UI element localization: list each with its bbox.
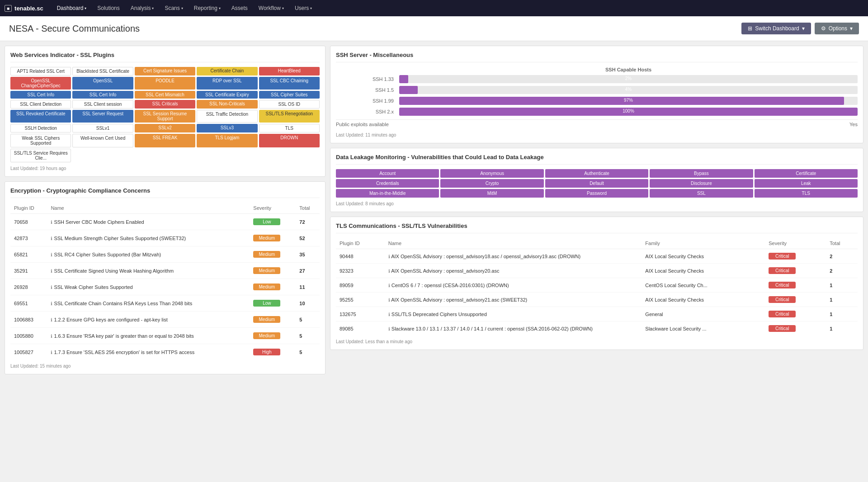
leak-cell[interactable]: MitM	[440, 189, 543, 198]
ssl-cell[interactable]: TLS	[259, 124, 320, 132]
ssl-cell[interactable]: SSL/TLS Service Requires Clie...	[10, 149, 71, 162]
nav-users[interactable]: Users ▾	[290, 2, 316, 14]
nav-workflow[interactable]: Workflow ▾	[254, 2, 288, 14]
leak-cell[interactable]: Authenticate	[545, 169, 648, 178]
plugin-id-cell: 1006883	[10, 312, 47, 328]
ssh-bar-fill: 2%	[399, 75, 408, 83]
severity-badge: Critical	[769, 296, 796, 303]
tls-family: General	[642, 307, 765, 321]
ssl-cell[interactable]: RDP over SSL	[197, 77, 257, 90]
ssl-cell[interactable]: SSL Cipher Suites	[259, 91, 320, 99]
severity-badge: Medium	[253, 316, 280, 323]
chevron-down-icon: ▾	[181, 6, 183, 10]
ssl-cell[interactable]: Well-known Cert Used	[72, 134, 133, 147]
ssl-cell[interactable]: SSL Session Resume Support	[135, 110, 195, 123]
ssl-cell[interactable]: SSL Non-Criticals	[197, 100, 257, 109]
ssl-cell[interactable]: SSL Cert Mismatch	[135, 91, 195, 99]
ssh-bar-text: 97%	[624, 98, 633, 103]
ssl-cell[interactable]: SSLv1	[72, 124, 133, 132]
ssl-cell[interactable]: Cert Signature Issues	[135, 67, 195, 76]
info-icon[interactable]: ℹ	[51, 236, 52, 241]
info-icon[interactable]: ℹ	[51, 220, 52, 225]
ssl-cell[interactable]: SSL/TLS Renegotiation	[259, 110, 320, 123]
leak-cell[interactable]: Credentials	[336, 179, 439, 188]
ssl-cell[interactable]: SSL CBC Chaining	[259, 77, 320, 90]
table-row: 1005827 ℹ 1.7.3 Ensure 'SSL AES 256 encr…	[10, 344, 320, 360]
ssl-cell[interactable]: SSL Server Request	[72, 110, 133, 123]
leak-last-updated: Last Updated: 8 minutes ago	[336, 201, 858, 206]
switch-dashboard-button[interactable]: ⊞ Switch Dashboard ▾	[741, 23, 811, 34]
options-button[interactable]: ⚙ Options ▾	[815, 23, 859, 34]
leak-cell[interactable]: Leak	[755, 179, 858, 188]
ssl-cell[interactable]: SSL Client session	[72, 100, 133, 109]
nav-dashboard[interactable]: Dashboard ▾	[52, 2, 91, 14]
ssl-cell[interactable]: TLS Logjam	[197, 134, 257, 147]
ssl-cell[interactable]: SSL Traffic Detection	[197, 110, 257, 123]
ssl-cell[interactable]: Blacklisted SSL Certificate	[72, 67, 133, 76]
info-icon[interactable]: ℹ	[388, 283, 390, 288]
leak-cell[interactable]: Anonymous	[440, 169, 543, 178]
ssl-cell[interactable]: SSL Revoked Certificate	[10, 110, 71, 123]
plugin-id-cell: 35291	[10, 263, 47, 279]
info-icon[interactable]: ℹ	[388, 269, 390, 274]
tls-family: CentOS Local Security Ch...	[642, 278, 765, 293]
severity-badge: Critical	[769, 311, 796, 317]
nav-reporting[interactable]: Reporting ▾	[189, 2, 225, 14]
nav-analysis[interactable]: Analysis ▾	[126, 2, 159, 14]
ssl-cell[interactable]: OpenSSL ChangeCipherSpec	[10, 77, 71, 90]
ssl-cell[interactable]: SSL OS ID	[259, 100, 320, 109]
ssl-cell[interactable]: SSL FREAK	[135, 134, 195, 147]
info-icon[interactable]: ℹ	[51, 285, 52, 290]
nav-solutions[interactable]: Solutions	[93, 2, 124, 14]
ssl-cell[interactable]: SSL Cert Info	[72, 91, 133, 99]
info-icon[interactable]: ℹ	[388, 254, 390, 259]
severity-badge: Critical	[769, 325, 796, 332]
leak-cell[interactable]: Man-in-the-Middle	[336, 189, 439, 198]
ssl-cell[interactable]: SSLv2	[135, 124, 195, 132]
ssl-cell[interactable]: SSLH Detection	[10, 124, 71, 132]
ssl-cell[interactable]: SSLv3	[197, 124, 257, 132]
leak-cell[interactable]: TLS	[755, 189, 858, 198]
leak-cell[interactable]: SSL	[650, 189, 753, 198]
nav-assets[interactable]: Assets	[227, 2, 252, 14]
name-cell: ℹ 1.7.3 Ensure 'SSL AES 256 encryption' …	[47, 344, 250, 360]
info-icon[interactable]: ℹ	[51, 269, 52, 274]
ssl-cell[interactable]: POODLE	[135, 77, 195, 90]
ssl-cell[interactable]: Certificate Chain	[197, 67, 257, 76]
nav-scans[interactable]: Scans ▾	[160, 2, 187, 14]
leak-cell[interactable]: Crypto	[440, 179, 543, 188]
leak-cell[interactable]: Password	[545, 189, 648, 198]
info-icon[interactable]: ℹ	[51, 334, 52, 339]
ssl-cell[interactable]: SSL Criticals	[135, 100, 195, 109]
info-icon[interactable]: ℹ	[388, 312, 390, 317]
ssl-cell[interactable]: SSL Cert Info	[10, 91, 71, 99]
leak-cell[interactable]: Certificate	[755, 169, 858, 178]
info-icon[interactable]: ℹ	[51, 252, 52, 257]
ssl-cell[interactable]: SSL Client Detection	[10, 100, 71, 109]
ssl-cell[interactable]: HeartBleed	[259, 67, 320, 76]
severity-badge: Medium	[253, 284, 280, 290]
severity-badge: Low	[253, 218, 280, 225]
ssl-cell[interactable]: Weak SSL Ciphers Supported	[10, 134, 71, 147]
table-row: 42873 ℹ SSL Medium Strength Cipher Suite…	[10, 230, 320, 246]
info-icon[interactable]: ℹ	[51, 350, 52, 355]
tls-severity: Critical	[765, 278, 826, 293]
leak-cell[interactable]: Default	[545, 179, 648, 188]
leak-cell[interactable]: Bypass	[650, 169, 753, 178]
tls-last-updated: Last Updated: Less than a minute ago	[336, 339, 858, 344]
info-icon[interactable]: ℹ	[388, 298, 390, 302]
ssl-cell[interactable]: OpenSSL	[72, 77, 133, 90]
ssl-cell[interactable]: SSL Certificate Expiry	[197, 91, 257, 99]
ssl-cell[interactable]: DROWN	[259, 134, 320, 147]
chevron-down-icon: ▾	[85, 6, 86, 10]
total-cell: 5	[296, 344, 320, 360]
info-icon[interactable]: ℹ	[51, 301, 52, 306]
info-icon[interactable]: ℹ	[51, 317, 52, 322]
leak-cell[interactable]: Disclosure	[650, 179, 753, 188]
chevron-down-icon: ▾	[310, 6, 312, 10]
total-cell: 10	[296, 295, 320, 312]
leak-cell[interactable]: Account	[336, 169, 439, 178]
leak-row: AccountAnonymousAuthenticateBypassCertif…	[336, 169, 858, 178]
info-icon[interactable]: ℹ	[388, 326, 390, 331]
ssl-cell[interactable]: APT1 Related SSL Cert	[10, 67, 71, 76]
